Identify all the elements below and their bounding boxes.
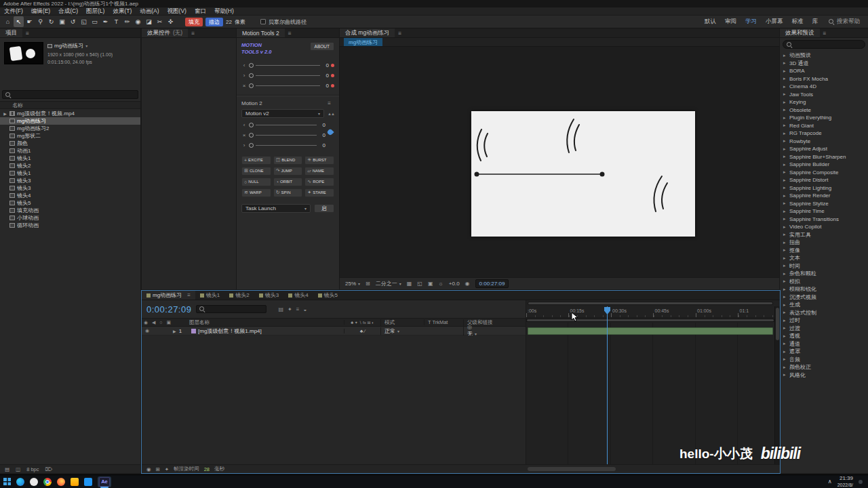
chevron-right-icon[interactable]: [783, 162, 787, 167]
workspace-item[interactable]: 审阅: [725, 18, 736, 26]
task-launch-dropdown[interactable]: Task Launch: [241, 204, 311, 213]
slider-value[interactable]: 0: [322, 83, 329, 89]
edge-browser-icon[interactable]: [16, 478, 24, 486]
effects-category[interactable]: Rowbyte: [780, 138, 868, 146]
chevron-right-icon[interactable]: [783, 325, 787, 331]
tool-icon[interactable]: ↺: [68, 16, 78, 27]
effects-category[interactable]: 实用工具: [780, 231, 868, 239]
slider-value[interactable]: 0: [319, 142, 326, 148]
firefox-browser-icon[interactable]: [57, 478, 65, 486]
menu-item[interactable]: 合成(C): [54, 7, 82, 16]
effects-category[interactable]: Keying: [780, 98, 868, 106]
tool-icon[interactable]: ↻: [46, 16, 56, 27]
menu-item[interactable]: 图层(L): [82, 7, 108, 16]
exposure-icon[interactable]: [438, 281, 443, 287]
chevron-right-icon[interactable]: [783, 193, 787, 199]
project-item[interactable]: 镜头2: [0, 162, 140, 169]
menu-item[interactable]: 窗口: [191, 7, 210, 16]
resolution-dropdown[interactable]: 二分之一: [376, 280, 401, 287]
chevron-right-icon[interactable]: [783, 131, 787, 136]
layer-name-column[interactable]: 图层名称: [189, 319, 344, 326]
tool-icon[interactable]: ✜: [165, 16, 176, 27]
timeline-tab[interactable]: 镜头4: [283, 291, 313, 300]
horizontal-scrollbar[interactable]: [526, 464, 780, 473]
chevron-right-icon[interactable]: [783, 146, 787, 152]
chevron-right-icon[interactable]: [783, 349, 787, 354]
chevron-right-icon[interactable]: [783, 372, 787, 378]
effects-category[interactable]: Sapphire Time: [780, 207, 868, 216]
slider-knob[interactable]: [249, 83, 254, 88]
panel-menu-icon[interactable]: [285, 28, 295, 37]
work-area-bar[interactable]: [526, 319, 774, 322]
timeline-track-area[interactable]: :00s00:15s00:30s00:45s01:00s01:1: [526, 300, 780, 464]
project-item[interactable]: 镜头4: [0, 192, 140, 199]
chevron-right-icon[interactable]: [783, 154, 787, 159]
zoom-dropdown[interactable]: 25%: [345, 281, 360, 287]
after-effects-taskbar-item[interactable]: Ae: [98, 476, 111, 487]
effects-category[interactable]: 音频: [780, 356, 868, 364]
expand-columns-icon[interactable]: [156, 466, 160, 472]
pin-icon[interactable]: [326, 128, 334, 136]
menu-item[interactable]: 效果(T): [108, 7, 136, 16]
chevron-right-icon[interactable]: [783, 271, 787, 277]
solo-icon[interactable]: [159, 320, 162, 325]
grid-guides-icon[interactable]: [366, 281, 370, 287]
chevron-right-icon[interactable]: [783, 247, 787, 253]
new-folder-icon[interactable]: [16, 466, 20, 472]
panel-menu-icon[interactable]: [820, 28, 830, 37]
red-dot-icon[interactable]: [331, 64, 334, 67]
project-item[interactable]: ▶ mg顶级创意！视频.mp4: [0, 110, 140, 117]
trkmat-column[interactable]: T TrkMat: [424, 319, 463, 325]
vertical-scrollbar[interactable]: [774, 306, 780, 464]
chevron-right-icon[interactable]: [783, 76, 787, 81]
project-search-input[interactable]: [2, 90, 138, 99]
chevron-right-icon[interactable]: [783, 318, 787, 323]
motion-tool-button[interactable]: ▱ NAME: [304, 167, 334, 176]
slider-knob[interactable]: [249, 63, 254, 68]
effects-category[interactable]: Red Giant: [780, 122, 868, 130]
launch-button[interactable]: 启: [314, 204, 334, 213]
region-of-interest-icon[interactable]: [417, 281, 422, 287]
transparency-grid-icon[interactable]: [428, 281, 433, 287]
effects-category[interactable]: 过渡: [780, 325, 868, 333]
effects-category[interactable]: 抠像: [780, 247, 868, 255]
motion-tool-button[interactable]: ≋ WARP: [241, 188, 271, 197]
tool-icon[interactable]: ▭: [90, 16, 100, 27]
chevron-right-icon[interactable]: [783, 185, 787, 190]
section-menu-icon[interactable]: [324, 100, 334, 106]
effects-category[interactable]: Sapphire Adjust: [780, 145, 868, 153]
eye-icon[interactable]: [145, 328, 149, 333]
viewer-tab-active[interactable]: mg动画练习: [344, 38, 382, 46]
menu-item[interactable]: 帮助(H): [210, 7, 238, 16]
workspace-item[interactable]: 学习: [745, 18, 757, 26]
layer-switches[interactable]: [344, 329, 380, 333]
menu-item[interactable]: 视图(V): [163, 7, 191, 16]
chevron-right-icon[interactable]: [783, 100, 787, 105]
slider-value[interactable]: 0: [322, 62, 329, 68]
mask-visibility-icon[interactable]: [407, 281, 412, 287]
chevron-right-icon[interactable]: [783, 123, 787, 128]
expand-arrow-icon[interactable]: ▶: [3, 111, 7, 116]
chevron-right-icon[interactable]: [783, 302, 787, 308]
tool-icon[interactable]: ⌂: [3, 16, 13, 27]
tool-icon[interactable]: ⚲: [35, 16, 45, 27]
effects-category[interactable]: Sapphire Stylize: [780, 200, 868, 208]
timeline-tab[interactable]: 镜头1: [195, 291, 224, 300]
effects-category[interactable]: Cinema 4D: [780, 83, 868, 91]
chevron-right-icon[interactable]: [783, 92, 787, 97]
project-item[interactable]: 颜色: [0, 140, 140, 147]
panel-menu-icon[interactable]: [395, 28, 405, 37]
tool-icon[interactable]: ☛: [24, 16, 35, 27]
timeline-tab[interactable]: mg动画练习: [142, 291, 195, 300]
slider-track[interactable]: [256, 135, 317, 136]
comp-name-row[interactable]: mg动画练习: [47, 42, 113, 51]
motion-tool-button[interactable]: ↻ SPIN: [273, 188, 303, 197]
eye-icon[interactable]: [144, 320, 148, 325]
menu-item[interactable]: 编辑(E): [27, 7, 54, 16]
tool-icon[interactable]: ◉: [133, 16, 143, 27]
timeline-search-input[interactable]: [196, 305, 267, 313]
tab-effect-controls[interactable]: 效果控件 (无): [142, 28, 188, 37]
menu-item[interactable]: 文件(F): [0, 7, 27, 16]
effects-search-input[interactable]: [783, 40, 865, 49]
project-item[interactable]: mg动画练习2: [0, 125, 140, 132]
